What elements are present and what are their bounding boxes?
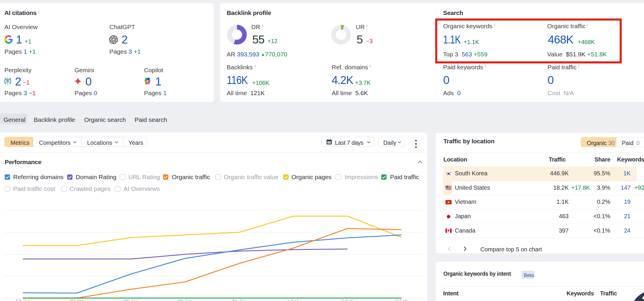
svg-text:27 Jan: 27 Jan <box>15 299 30 301</box>
svg-text:3 Feb: 3 Feb <box>395 299 408 301</box>
svg-text:28 Jan: 28 Jan <box>69 299 84 301</box>
svg-text:2 Feb: 2 Feb <box>341 299 354 301</box>
svg-text:29 Jan: 29 Jan <box>123 299 138 301</box>
svg-text:1 Feb: 1 Feb <box>287 299 299 301</box>
svg-text:31 Jan: 31 Jan <box>232 299 247 301</box>
svg-text:30 Jan: 30 Jan <box>177 299 192 301</box>
